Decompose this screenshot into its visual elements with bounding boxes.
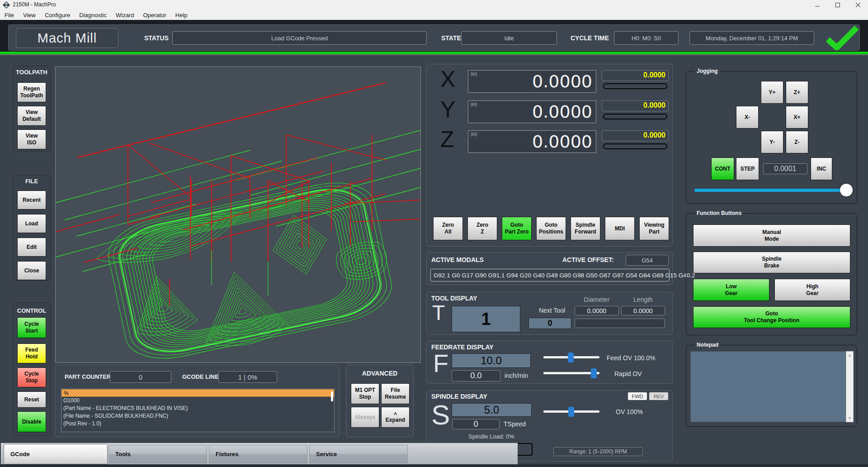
machpro-app-icon <box>3 1 10 10</box>
gcode-line-item[interactable]: % <box>61 389 334 397</box>
dro-x-readout[interactable]: (in) 0.0000 <box>468 70 596 93</box>
jog-step-button[interactable]: STEP <box>736 157 759 180</box>
tab-service[interactable]: Service <box>309 445 408 463</box>
toolpath-viewport[interactable] <box>55 67 421 363</box>
dro-x-unit: (in) <box>471 71 477 76</box>
rapid-ov-slider-thumb[interactable] <box>591 368 597 378</box>
file-load-button[interactable]: Load <box>17 214 46 233</box>
m1-opt-stop-button[interactable]: M1 OPT Stop <box>351 383 379 404</box>
function-buttons-title: Function Buttons <box>694 210 744 216</box>
gcode-listing[interactable]: % O1000 (Part Name - ELECTRONICS BULKHEA… <box>61 389 335 432</box>
spindle-fwd-button[interactable]: FWD <box>628 392 647 400</box>
jog-z-minus-button[interactable]: Z- <box>786 131 808 153</box>
next-tool-label: Next Tool <box>532 307 572 314</box>
mdi-button[interactable]: MDI <box>605 217 635 240</box>
scroll-down-icon[interactable]: ▼ <box>846 415 853 422</box>
jog-z-plus-button[interactable]: Z+ <box>786 81 808 104</box>
dro-z-value: 0.0000 <box>532 132 592 152</box>
axis-y-letter: Y <box>440 96 455 123</box>
menu-help[interactable]: Help <box>171 12 192 19</box>
spindle-ov-label: OV 100% <box>616 408 643 415</box>
view-default-button[interactable]: View Default <box>17 106 46 126</box>
goto-part-zero-button[interactable]: Goto Part Zero <box>502 217 532 240</box>
jog-inc-button[interactable]: INC <box>811 157 832 180</box>
jog-cont-button[interactable]: CONT <box>711 157 734 180</box>
tab-gcode[interactable]: GCode <box>4 444 108 464</box>
ok-checkmark-icon[interactable] <box>822 25 860 52</box>
spindle-forward-button[interactable]: Spindle Forward <box>571 217 600 240</box>
expand-button[interactable]: ^ Expand <box>381 407 410 428</box>
jog-x-plus-button[interactable]: X+ <box>786 106 808 129</box>
status-label: STATUS <box>144 34 169 42</box>
feed-hold-button[interactable]: Feed Hold <box>17 343 46 363</box>
jog-increment-value[interactable]: 0.0001 <box>763 163 807 174</box>
file-edit-button[interactable]: Edit <box>17 238 46 257</box>
jog-speed-slider[interactable] <box>694 189 846 192</box>
jog-y-minus-button[interactable]: Y- <box>761 131 783 153</box>
alexsys-button[interactable]: Alexsys <box>351 407 379 428</box>
window-titlebar: 2150M - MachPro <box>0 0 868 10</box>
file-group: FILE Recent Load Edit Close <box>13 175 51 281</box>
scroll-up-icon[interactable]: ▲ <box>846 352 853 359</box>
gcode-line-item[interactable]: (Part Name - ELECTRONICS BULKHEAD IN VIS… <box>61 405 334 412</box>
cycle-stop-button[interactable]: Cycle Stop <box>17 367 46 387</box>
file-resume-button[interactable]: File Resume <box>381 383 410 404</box>
low-gear-button[interactable]: Low Gear <box>693 279 769 301</box>
view-iso-button[interactable]: View ISO <box>17 129 46 149</box>
notepad-textarea[interactable] <box>690 351 846 422</box>
close-button[interactable] <box>848 0 868 10</box>
tab-fixtures[interactable]: Fixtures <box>209 445 307 463</box>
viewing-part-button[interactable]: Viewing Part <box>639 217 669 240</box>
dro-y-offset: 0.0000 <box>643 101 665 110</box>
toolpath-preview <box>56 67 420 362</box>
minimize-button[interactable] <box>807 0 827 10</box>
spindle-brake-button[interactable]: Spindle Brake <box>693 252 850 273</box>
menu-operator[interactable]: Operator <box>138 12 170 19</box>
active-offset-label: ACTIVE OFFSET: <box>562 256 614 263</box>
goto-tool-change-button[interactable]: Goto Tool Change Position <box>693 306 850 328</box>
status-value: Load GCode Pressed <box>172 31 427 45</box>
menu-view[interactable]: View <box>19 12 40 19</box>
zero-z-button[interactable]: Zero Z <box>467 217 497 240</box>
jog-y-plus-button[interactable]: Y+ <box>761 81 783 104</box>
spindle-ov-slider-thumb[interactable] <box>568 407 574 417</box>
file-recent-button[interactable]: Recent <box>17 191 46 210</box>
gcode-line-item[interactable]: (File Name - SOLIDCAM BULKHEAD.FNC) <box>61 412 334 420</box>
jog-speed-slider-thumb[interactable] <box>840 184 853 196</box>
feed-ov-slider-thumb[interactable] <box>568 353 574 362</box>
cycle-start-button[interactable]: Cycle Start <box>17 317 46 338</box>
notepad-scrollbar[interactable]: ▲ ▼ <box>846 351 854 422</box>
disable-button[interactable]: Disable <box>17 411 46 432</box>
app-logo: Mach Mill <box>16 28 118 48</box>
dro-y-readout[interactable]: (in) 0.0000 <box>468 100 596 123</box>
axis-x-letter: X <box>440 66 455 92</box>
tab-tools[interactable]: Tools <box>108 445 207 463</box>
spindle-rev-button[interactable]: REV <box>649 392 668 400</box>
menu-wizard[interactable]: Wizard <box>111 12 138 19</box>
gcode-line-value: 1 | 0% <box>218 371 277 383</box>
manual-mode-button[interactable]: Manual Mode <box>693 224 850 247</box>
goto-positions-button[interactable]: Goto Positions <box>536 217 566 240</box>
advanced-panel: ADVANCED M1 OPT Stop File Resume Alexsys… <box>346 365 414 437</box>
spindle-load-label: Spindle Load: 0% <box>468 433 514 440</box>
high-gear-button[interactable]: High Gear <box>774 279 850 301</box>
menu-diagnostic[interactable]: Diagnostic <box>75 12 111 19</box>
length-label: Length <box>621 296 665 303</box>
jog-x-minus-button[interactable]: X- <box>736 106 759 129</box>
reset-button[interactable]: Reset <box>17 391 46 408</box>
dro-z-readout[interactable]: (in) 0.0000 <box>468 130 596 153</box>
feedrate-letter: F <box>433 348 448 378</box>
file-close-button[interactable]: Close <box>17 261 46 280</box>
rapid-ov-label: Rapid OV <box>614 370 642 377</box>
gcode-scrollbar[interactable] <box>331 391 333 401</box>
gcode-line-item[interactable]: (Post Rev - 1.0) <box>61 420 334 428</box>
menu-configure[interactable]: Configure <box>40 12 75 19</box>
menu-file[interactable]: File <box>0 12 19 19</box>
regen-toolpath-button[interactable]: Regen ToolPath <box>17 82 46 102</box>
zero-all-button[interactable]: Zero All <box>433 217 463 240</box>
dro-panel: X (in) 0.0000 0.0000 Y (in) 0.0000 0.000… <box>426 64 673 247</box>
spindle-letter: S <box>431 399 450 431</box>
maximize-button[interactable] <box>827 0 848 10</box>
gcode-line-item[interactable]: O1000 <box>61 397 334 405</box>
active-modals-panel: ACTIVE MODALS ACTIVE OFFSET: G54 G92.1 G… <box>426 252 673 285</box>
